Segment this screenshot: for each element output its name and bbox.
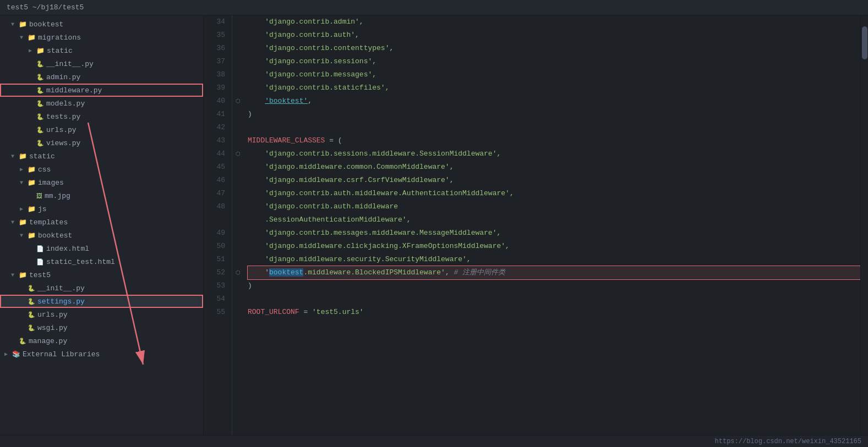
file-icon: 📄	[36, 258, 44, 266]
sidebar-item-booktest[interactable]: 📁 booktest	[0, 18, 203, 31]
sidebar-item-label: static	[29, 152, 55, 161]
sidebar-item-index-html[interactable]: 📄 index.html	[0, 242, 203, 255]
code-line-36: 'django.contrib.contenttypes',	[248, 42, 868, 55]
sidebar-item-mm-jpg[interactable]: 🖼 mm.jpg	[0, 189, 203, 202]
file-icon: 🐍	[28, 311, 35, 318]
scrollbar-thumb[interactable]	[862, 26, 867, 59]
folder-icon: 📁	[28, 231, 36, 240]
sidebar-item-views-py[interactable]: 🐍 views.py	[0, 136, 203, 150]
file-icon: 🐍	[36, 87, 44, 94]
sidebar-item-label: templates	[29, 218, 68, 227]
file-icon: 🐍	[28, 298, 35, 305]
sidebar-item-static[interactable]: 📁 static	[0, 44, 203, 57]
sidebar-item-label: wsgi.py	[37, 324, 68, 332]
code-line-54	[248, 293, 868, 306]
code-line-38: 'django.contrib.messages',	[248, 68, 868, 81]
file-icon: 🐍	[28, 285, 35, 292]
code-line-34: 'django.contrib.admin',	[248, 15, 868, 29]
sidebar-item-label: __init__.py	[37, 284, 85, 293]
file-icon: 🐍	[36, 140, 44, 147]
folder-arrow	[20, 35, 26, 41]
code-line-53: )	[248, 279, 868, 293]
sidebar-item-label: js	[38, 205, 47, 213]
sidebar-item-external-libs[interactable]: 📚 External Libraries	[0, 347, 203, 361]
code-line-46: 'django.middleware.csrf.CsrfViewMiddlewa…	[248, 174, 868, 187]
sidebar-item-label: admin.py	[46, 73, 80, 81]
code-line-52: 'booktest.middleware.BlockedIPSMiddlewar…	[248, 266, 868, 279]
sidebar-item-static-root[interactable]: 📁 static	[0, 150, 203, 163]
folder-icon: 📁	[28, 205, 36, 213]
sidebar-item-wsgi-py[interactable]: 🐍 wsgi.py	[0, 321, 203, 334]
file-icon: 🐍	[36, 74, 44, 81]
sidebar-item-label: manage.py	[29, 337, 67, 345]
sidebar-item-js[interactable]: 📁 js	[0, 202, 203, 216]
sidebar-item-label: images	[38, 179, 64, 187]
file-icon: 🐍	[36, 113, 44, 120]
sidebar-item-label: views.py	[46, 139, 80, 147]
sidebar-item-settings-py[interactable]: 🐍 settings.py	[0, 295, 203, 308]
code-line-40: 'booktest',	[248, 95, 868, 108]
sidebar-item-templates[interactable]: 📁 templates	[0, 216, 203, 229]
status-right: https://blog.csdn.net/weixin_43521165	[715, 438, 861, 445]
editor-area: 34 35 36 37 38 39 40 41 42 43 44 45 46 4…	[204, 15, 868, 435]
file-icon: 📄	[36, 245, 44, 252]
folder-icon: 📚	[12, 350, 20, 358]
folder-arrow	[29, 47, 35, 54]
code-line-50: 'django.middleware.clickjacking.XFrameOp…	[248, 240, 868, 253]
file-icon: 🖼	[36, 192, 42, 200]
code-line-51: 'django.middleware.security.SecurityMidd…	[248, 253, 868, 266]
sidebar-item-booktest-tpl[interactable]: 📁 booktest	[0, 229, 203, 242]
folder-icon: 📁	[28, 165, 36, 174]
sidebar-item-css[interactable]: 📁 css	[0, 163, 203, 176]
sidebar-item-middleware-py[interactable]: 🐍 middleware.py	[0, 84, 203, 97]
folder-arrow	[4, 351, 11, 357]
folder-arrow	[20, 206, 26, 212]
code-line-48a: 'django.contrib.auth.middleware	[248, 200, 868, 213]
top-bar: test5 ~/bj18/test5	[0, 0, 868, 15]
sidebar-item-models-py[interactable]: 🐍 models.py	[0, 97, 203, 110]
sidebar-item-test5[interactable]: 📁 test5	[0, 268, 203, 282]
sidebar-item-label: settings.py	[37, 297, 85, 306]
sidebar-item-label: index.html	[46, 245, 89, 253]
sidebar-item-tests-py[interactable]: 🐍 tests.py	[0, 110, 203, 123]
code-line-41: )	[248, 108, 868, 121]
folder-icon: 📁	[19, 271, 27, 279]
sidebar-item-migrations[interactable]: 📁 migrations	[0, 31, 203, 44]
sidebar-item-init-py[interactable]: 🐍 __init__.py	[0, 57, 203, 70]
sidebar-item-urls2-py[interactable]: 🐍 urls.py	[0, 308, 203, 321]
sidebar-item-label: urls.py	[46, 126, 77, 134]
sidebar-item-label: migrations	[38, 34, 81, 42]
sidebar-item-label: urls.py	[37, 311, 68, 319]
sidebar-item-manage-py[interactable]: 🐍 manage.py	[0, 334, 203, 347]
sidebar: 📁 booktest 📁 migrations 📁 static 🐍 __ini…	[0, 15, 204, 435]
scrollbar-vertical[interactable]	[860, 15, 868, 435]
folder-icon: 📁	[19, 218, 27, 227]
code-line-43: MIDDLEWARE_CLASSES = (	[248, 134, 868, 147]
file-icon: 🐍	[36, 126, 44, 134]
folder-icon: 📁	[28, 34, 36, 42]
gutter: ⬡ ⬡ ⬡	[232, 15, 243, 435]
sidebar-item-static-test-html[interactable]: 📄 static_test.html	[0, 255, 203, 268]
sidebar-item-admin-py[interactable]: 🐍 admin.py	[0, 70, 203, 84]
code-line-35: 'django.contrib.auth',	[248, 29, 868, 42]
sidebar-item-label: static_test.html	[46, 258, 115, 266]
sidebar-item-label: booktest	[29, 20, 63, 29]
sidebar-item-label: External Libraries	[23, 350, 100, 358]
file-icon: 🐍	[28, 324, 35, 332]
sidebar-item-label: models.py	[46, 100, 85, 108]
line-numbers: 34 35 36 37 38 39 40 41 42 43 44 45 46 4…	[204, 15, 232, 435]
sidebar-item-urls-py[interactable]: 🐍 urls.py	[0, 123, 203, 136]
code-line-44: 'django.contrib.sessions.middleware.Sess…	[248, 147, 868, 161]
sidebar-item-init2-py[interactable]: 🐍 __init__.py	[0, 282, 203, 295]
code-line-37: 'django.contrib.sessions',	[248, 55, 868, 68]
sidebar-item-label: mm.jpg	[45, 192, 70, 200]
code-line-48b: .SessionAuthenticationMiddleware',	[248, 213, 868, 227]
code-area[interactable]: 'django.contrib.admin', 'django.contrib.…	[243, 15, 868, 435]
sidebar-item-label: test5	[29, 271, 51, 279]
sidebar-item-images[interactable]: 📁 images	[0, 176, 203, 189]
file-icon: 🐍	[19, 338, 26, 345]
folder-arrow	[20, 233, 26, 239]
code-line-47: 'django.contrib.auth.middleware.Authenti…	[248, 187, 868, 200]
sidebar-item-label: static	[47, 47, 73, 55]
status-bar: https://blog.csdn.net/weixin_43521165	[0, 435, 868, 447]
